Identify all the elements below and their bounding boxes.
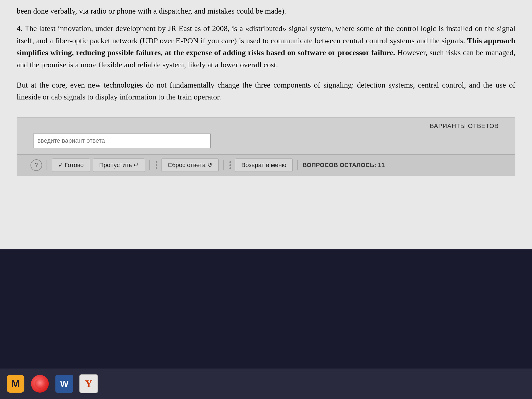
paragraph-1-normal: 4. The latest innovation, under developm…: [17, 24, 515, 45]
toolbar: ? ✓ Готово Пропустить ↵ Сброс ответа ↺ В…: [17, 154, 515, 176]
paragraph-2: But at the core, even new technologies d…: [17, 79, 515, 103]
ready-button[interactable]: ✓ Готово: [52, 158, 90, 172]
questions-remaining: ВОПРОСОВ ОСТАЛОСЬ: 11: [302, 162, 385, 169]
paragraph-1: 4. The latest innovation, under developm…: [17, 22, 515, 71]
taskbar-icon-opera[interactable]: [30, 374, 50, 394]
answer-header: ВАРИАНТЫ ОТВЕТОВ: [33, 122, 499, 130]
taskbar: M W Y: [0, 369, 532, 399]
toolbar-dots-2: [228, 161, 232, 169]
yandex-icon: Y: [79, 374, 98, 393]
answer-input[interactable]: [33, 134, 211, 148]
help-button[interactable]: ?: [30, 159, 42, 171]
reset-button[interactable]: Сброс ответа ↺: [161, 158, 219, 172]
taskbar-icon-word[interactable]: W: [54, 374, 74, 394]
toolbar-separator-4: [297, 160, 298, 170]
opera-icon: [31, 375, 49, 393]
toolbar-dots-1: [155, 161, 158, 169]
main-content: been done verbally, via radio or phone w…: [0, 0, 532, 249]
text-body: been done verbally, via radio or phone w…: [17, 0, 515, 117]
malwarebytes-icon: M: [7, 375, 24, 393]
toolbar-separator-1: [47, 160, 47, 170]
toolbar-separator-3: [223, 160, 224, 170]
toolbar-separator-2: [149, 160, 150, 170]
answer-section: ВАРИАНТЫ ОТВЕТОВ: [17, 117, 515, 154]
menu-button[interactable]: Возврат в меню: [235, 158, 293, 172]
word-icon: W: [55, 375, 73, 393]
answer-input-row: [33, 134, 499, 148]
partial-top-text: been done verbally, via radio or phone w…: [17, 3, 515, 17]
skip-button[interactable]: Пропустить ↵: [93, 158, 145, 172]
taskbar-icon-yandex[interactable]: Y: [79, 374, 99, 394]
taskbar-icon-malwarebytes[interactable]: M: [6, 374, 25, 394]
